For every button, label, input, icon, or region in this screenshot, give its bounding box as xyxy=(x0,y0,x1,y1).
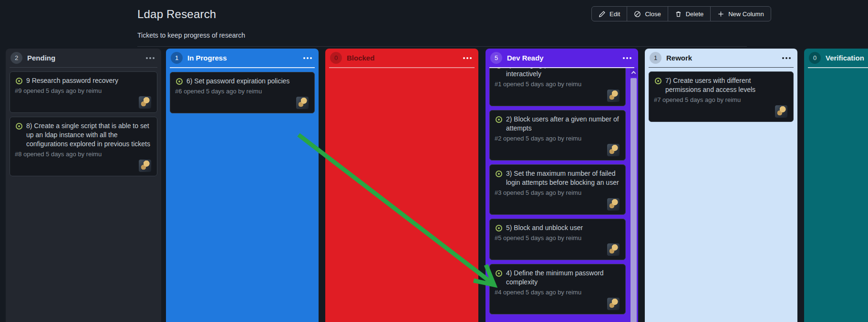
card-meta: #2 opened 5 days ago by reimu xyxy=(495,134,620,143)
open-issue-icon xyxy=(16,78,22,84)
card-title: 2) Block users after a given number of a… xyxy=(506,115,620,133)
page-title: Ldap Research xyxy=(137,8,216,21)
avatar[interactable] xyxy=(607,243,620,256)
column-header: 0 Blocked xyxy=(325,49,478,67)
card-title: 9 Research password recovery xyxy=(26,76,118,85)
close-button[interactable]: Close xyxy=(627,6,668,21)
open-issue-icon xyxy=(496,270,502,277)
column-scrollbar xyxy=(630,68,637,322)
column-count-badge: 1 xyxy=(650,52,661,64)
avatar[interactable] xyxy=(607,144,620,156)
card-title: 7) Create users with different permissio… xyxy=(665,76,788,94)
new-column-button[interactable]: New Column xyxy=(710,6,771,21)
avatar[interactable] xyxy=(607,298,620,310)
column-count-badge: 2 xyxy=(10,52,22,64)
card-list xyxy=(804,68,868,76)
card-meta: #1 opened 5 days ago by reimu xyxy=(495,80,620,89)
open-issue-icon xyxy=(16,123,22,130)
open-issue-icon xyxy=(496,171,502,177)
card-meta: #3 opened 5 days ago by reimu xyxy=(495,188,620,197)
card-meta: #7 opened 5 days ago by reimu xyxy=(654,95,788,104)
header-divider xyxy=(137,46,747,47)
board-actions: Edit Close Delete New Column xyxy=(591,6,771,21)
avatar[interactable] xyxy=(139,160,151,172)
column-dev-ready: 5 Dev Ready 1) Changing password non-int… xyxy=(486,49,638,322)
issue-card[interactable]: 5) Block and unblock user #5 opened 5 da… xyxy=(489,219,626,260)
open-issue-icon xyxy=(655,78,661,84)
card-meta: #5 opened 5 days ago by reimu xyxy=(495,233,620,242)
card-title: 3) Set the maximum number of failed logi… xyxy=(506,169,620,187)
card-title: 4) Define the minimum password complexit… xyxy=(506,269,620,287)
column-rework: 1 Rework 7) Create users with different … xyxy=(645,49,797,322)
delete-button-label: Delete xyxy=(686,10,704,18)
column-menu-icon[interactable] xyxy=(462,55,473,61)
column-header: 1 Rework xyxy=(645,49,797,67)
open-issue-icon xyxy=(496,116,502,123)
column-header: 5 Dev Ready xyxy=(486,49,638,67)
plus-icon xyxy=(717,10,724,18)
card-title: 6) Set password expiration policies xyxy=(186,77,289,86)
column-header: 0 Verification xyxy=(804,49,868,67)
card-title: 8) Create a single script that is able t… xyxy=(26,121,152,149)
card-list: 9 Research password recovery #9 opened 5… xyxy=(6,68,161,180)
trash-icon xyxy=(675,10,682,18)
edit-button[interactable]: Edit xyxy=(591,6,627,21)
column-menu-icon[interactable] xyxy=(781,55,792,61)
card-list: 6) Set password expiration policies #6 o… xyxy=(166,68,319,117)
column-count-badge: 5 xyxy=(490,52,502,64)
avatar[interactable] xyxy=(607,198,620,211)
column-count-badge: 0 xyxy=(809,52,821,64)
column-count-badge: 0 xyxy=(330,52,342,64)
issue-card[interactable]: 9 Research password recovery #9 opened 5… xyxy=(10,71,157,113)
column-title: In Progress xyxy=(187,54,227,62)
card-title: 5) Block and unblock user xyxy=(506,223,583,232)
avatar[interactable] xyxy=(296,97,309,109)
card-list: 7) Create users with different permissio… xyxy=(645,68,797,126)
new-column-button-label: New Column xyxy=(728,10,764,18)
card-list: 1) Changing password non-interactively #… xyxy=(486,68,638,322)
card-meta: #9 opened 5 days ago by reimu xyxy=(15,86,152,95)
column-header: 2 Pending xyxy=(6,49,161,67)
close-button-label: Close xyxy=(645,10,661,18)
card-title: 1) Changing password non-interactively xyxy=(506,68,620,79)
card-meta: #8 opened 5 days ago by reimu xyxy=(15,150,152,159)
chevron-up-icon xyxy=(631,70,636,75)
issue-card[interactable]: 1) Changing password non-interactively #… xyxy=(489,68,626,106)
column-title: Pending xyxy=(27,54,55,62)
column-header: 1 In Progress xyxy=(166,49,319,67)
pencil-icon xyxy=(599,10,606,18)
edit-button-label: Edit xyxy=(610,10,620,18)
column-pending: 2 Pending 9 Research password recovery #… xyxy=(6,49,161,322)
open-issue-icon xyxy=(496,225,502,231)
scrollbar-thumb[interactable] xyxy=(630,78,637,322)
card-meta: #6 opened 5 days ago by reimu xyxy=(175,87,310,96)
avatar[interactable] xyxy=(607,90,620,102)
column-blocked: 0 Blocked xyxy=(325,49,478,322)
circle-slash-icon xyxy=(634,10,641,18)
avatar[interactable] xyxy=(775,105,787,118)
column-verification: 0 Verification xyxy=(804,49,868,322)
project-board-page: Ldap Research Tickets to keep progress o… xyxy=(0,0,868,322)
column-title: Rework xyxy=(666,54,692,62)
issue-card[interactable]: 3) Set the maximum number of failed logi… xyxy=(489,164,626,215)
issue-card[interactable]: 2) Block users after a given number of a… xyxy=(489,110,626,161)
column-menu-icon[interactable] xyxy=(302,55,313,61)
column-menu-icon[interactable] xyxy=(145,55,155,61)
column-in-progress: 1 In Progress 6) Set password expiration… xyxy=(166,49,319,322)
scroll-up-button[interactable] xyxy=(630,68,637,77)
issue-card[interactable]: 7) Create users with different permissio… xyxy=(649,71,794,122)
column-title: Blocked xyxy=(347,54,374,62)
delete-button[interactable]: Delete xyxy=(668,6,711,21)
column-title: Verification xyxy=(826,54,864,62)
page-subtitle: Tickets to keep progress of research xyxy=(137,31,245,39)
avatar[interactable] xyxy=(139,96,151,109)
issue-card[interactable]: 6) Set password expiration policies #6 o… xyxy=(170,72,315,113)
issue-card[interactable]: 4) Define the minimum password complexit… xyxy=(489,264,626,314)
issue-card[interactable]: 8) Create a single script that is able t… xyxy=(10,117,157,176)
card-meta: #4 opened 5 days ago by reimu xyxy=(495,288,620,297)
card-list xyxy=(325,68,478,76)
column-menu-icon[interactable] xyxy=(622,55,632,61)
open-issue-icon xyxy=(176,78,183,85)
column-count-badge: 1 xyxy=(171,52,183,64)
open-issue-icon xyxy=(496,68,502,69)
